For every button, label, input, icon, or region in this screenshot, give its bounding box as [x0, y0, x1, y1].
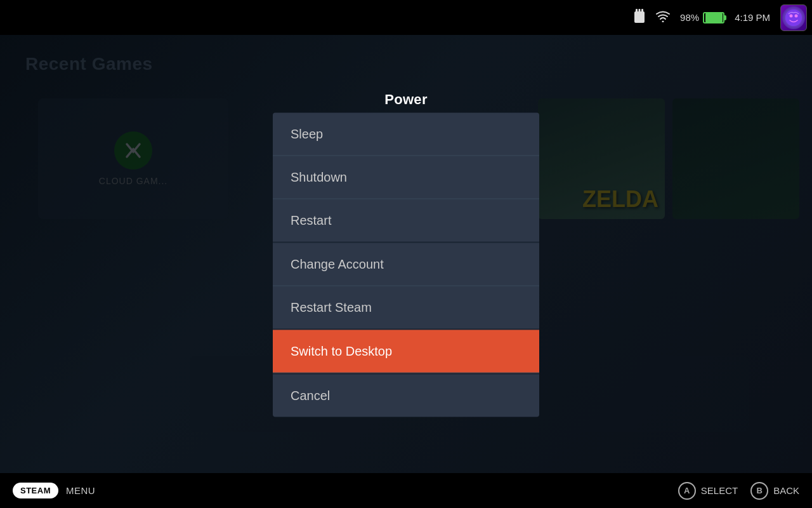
wifi-icon [656, 11, 670, 25]
select-label: SELECT [701, 485, 738, 496]
battery-indicator: 98% [680, 12, 724, 23]
taskbar-left: STEAM MENU [13, 483, 95, 498]
sleep-label: Sleep [291, 127, 323, 141]
sd-card-icon [633, 9, 646, 27]
back-label: BACK [773, 485, 799, 496]
change-account-label: Change Account [291, 257, 384, 271]
a-select-button[interactable]: A SELECT [678, 482, 738, 500]
switch-desktop-button[interactable]: Switch to Desktop [273, 330, 539, 373]
status-bar: 98% 4:19 PM [0, 0, 812, 35]
shutdown-label: Shutdown [291, 170, 347, 184]
power-menu: Sleep Shutdown Restart Change Account Re… [273, 113, 539, 417]
svg-point-8 [795, 14, 798, 17]
taskbar: STEAM MENU A SELECT B BACK [0, 473, 812, 508]
user-avatar[interactable] [780, 4, 807, 31]
cancel-label: Cancel [291, 389, 330, 403]
svg-rect-2 [636, 9, 638, 13]
restart-steam-label: Restart Steam [291, 300, 372, 314]
cancel-button[interactable]: Cancel [273, 373, 539, 417]
svg-rect-4 [641, 9, 643, 13]
restart-steam-button[interactable]: Restart Steam [273, 286, 539, 330]
steam-badge[interactable]: STEAM [13, 483, 58, 498]
restart-label: Restart [291, 213, 331, 227]
b-back-button[interactable]: B BACK [750, 482, 799, 500]
battery-icon [703, 12, 724, 23]
power-dialog: Power Sleep Shutdown Restart Change Acco… [273, 91, 539, 417]
svg-rect-3 [639, 9, 641, 13]
svg-rect-1 [634, 11, 645, 23]
sleep-button[interactable]: Sleep [273, 113, 539, 156]
a-button-circle: A [678, 482, 696, 500]
clock-display: 4:19 PM [735, 12, 770, 23]
svg-point-6 [785, 10, 802, 26]
battery-fill [705, 13, 723, 22]
switch-desktop-label: Switch to Desktop [291, 344, 392, 358]
avatar-face [782, 6, 805, 29]
restart-button[interactable]: Restart [273, 199, 539, 243]
battery-percentage: 98% [680, 12, 699, 23]
shutdown-button[interactable]: Shutdown [273, 156, 539, 199]
dialog-title: Power [273, 91, 539, 108]
change-account-button[interactable]: Change Account [273, 243, 539, 286]
b-button-circle: B [750, 482, 768, 500]
svg-point-7 [790, 14, 793, 17]
taskbar-right: A SELECT B BACK [678, 482, 799, 500]
svg-point-5 [662, 20, 664, 22]
menu-label: MENU [66, 485, 95, 496]
